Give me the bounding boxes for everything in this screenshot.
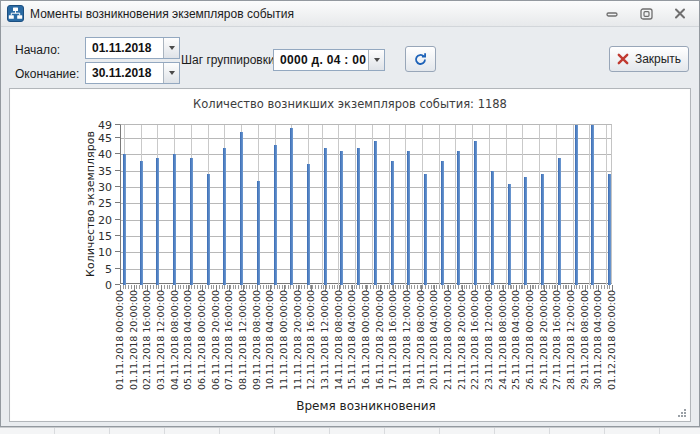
bar (407, 151, 410, 285)
bar (541, 174, 544, 285)
start-date-dropdown-button[interactable] (163, 38, 179, 58)
close-icon[interactable] (671, 7, 689, 21)
x-tick-label: 18.11.2018 12:00:00 (401, 290, 413, 394)
bar (240, 132, 243, 285)
bar (591, 125, 594, 285)
close-dialog-button-label: Закрыть (635, 52, 681, 66)
bar (307, 164, 310, 285)
bar (474, 141, 477, 285)
y-tick-label: 45 (84, 132, 112, 144)
close-dialog-button[interactable]: Закрыть (609, 46, 689, 72)
x-tick-label: 24.11.2018 08:00:00 (497, 290, 509, 394)
bar (340, 151, 343, 285)
grouping-step-label: Шаг группировки: (181, 53, 278, 67)
v-gridline (322, 125, 323, 285)
end-date-dropdown-button[interactable] (163, 63, 179, 83)
x-tick-label: 01.11.2018 00:00:00 (114, 290, 126, 394)
x-tick-label: 17.11.2018 16:00:00 (387, 290, 399, 394)
h-gridline (121, 187, 611, 188)
window-title: Моменты возникновения экземпляров событи… (30, 7, 294, 21)
y-tick-mark (115, 124, 120, 125)
maximize-icon[interactable] (637, 7, 655, 21)
v-gridline (389, 125, 390, 285)
bar (140, 161, 143, 285)
x-tick-label: 21.11.2018 00:00:00 (442, 290, 454, 394)
x-tick-label: 22.11.2018 16:00:00 (469, 290, 481, 394)
h-gridline (121, 236, 611, 237)
x-tick-label: 11.11.2018 20:00:00 (292, 290, 304, 394)
x-tick-label: 28.11.2018 12:00:00 (565, 290, 577, 394)
x-tick-label: 04.11.2018 08:00:00 (169, 290, 181, 394)
bar (457, 151, 460, 285)
x-tick-label: 06.11.2018 00:00:00 (196, 290, 208, 394)
y-tick-mark (115, 219, 120, 220)
y-tick-label: 30 (84, 181, 112, 193)
x-tick-label: 21.11.2018 20:00:00 (456, 290, 468, 394)
bar (156, 158, 159, 285)
y-tick-mark (115, 186, 120, 187)
x-tick-label: 25.11.2018 04:00:00 (510, 290, 522, 394)
grouping-step-dropdown-button[interactable] (368, 50, 384, 70)
h-gridline (121, 252, 611, 253)
bar (274, 145, 277, 285)
x-tick-label: 26.11.2018 20:00:00 (538, 290, 550, 394)
grouping-step-value: 0000 д. 04 : 00 : 00 (274, 50, 368, 70)
bar (524, 177, 527, 285)
x-tick-label: 11.11.2018 00:00:00 (278, 290, 290, 394)
bar (558, 158, 561, 285)
bar (290, 128, 293, 285)
h-gridline (121, 171, 611, 172)
bar (223, 148, 226, 285)
refresh-circular-arrow-icon (413, 52, 428, 67)
start-date-value: 01.11.2018 (86, 38, 163, 58)
title-bar[interactable]: Моменты возникновения экземпляров событи… (1, 1, 699, 27)
y-tick-label: 35 (84, 165, 112, 177)
y-tick-mark (115, 251, 120, 252)
x-tick-label: 12.11.2018 16:00:00 (305, 290, 317, 394)
x-tick-label: 19.11.2018 08:00:00 (415, 290, 427, 394)
y-tick-mark (115, 202, 120, 203)
v-gridline (506, 125, 507, 285)
start-date-label: Начало: (15, 43, 60, 57)
end-date-label: Окончание: (15, 67, 79, 81)
bar (374, 141, 377, 285)
bar (424, 174, 427, 285)
x-tick-label: 27.11.2018 16:00:00 (551, 290, 563, 394)
resize-grip[interactable] (677, 408, 687, 418)
grouping-step-combobox[interactable]: 0000 д. 04 : 00 : 00 (273, 49, 385, 71)
bar (324, 148, 327, 285)
v-gridline (589, 125, 590, 285)
minimize-icon[interactable] (603, 7, 621, 21)
h-gridline (121, 154, 611, 155)
chart-panel: Количество возникших экземпляров события… (9, 88, 691, 422)
red-x-icon (617, 53, 629, 65)
h-gridline (121, 203, 611, 204)
start-date-combobox[interactable]: 01.11.2018 (85, 37, 180, 59)
v-gridline (338, 125, 339, 285)
x-tick-label: 03.11.2018 12:00:00 (155, 290, 167, 394)
v-gridline (539, 125, 540, 285)
bar (608, 174, 611, 285)
bar (391, 161, 394, 285)
y-tick-label: 10 (84, 246, 112, 258)
x-tick-label: 05.11.2018 04:00:00 (182, 290, 194, 394)
bar (123, 154, 126, 285)
y-tick-label: 0 (84, 279, 112, 291)
bar (508, 184, 511, 285)
x-tick-label: 16.11.2018 20:00:00 (374, 290, 386, 394)
y-tick-label: 5 (84, 263, 112, 275)
bar (441, 161, 444, 285)
dialog-window: Моменты возникновения экземпляров событи… (0, 0, 700, 427)
bar (357, 148, 360, 285)
y-tick-label: 15 (84, 230, 112, 242)
y-tick-label: 20 (84, 214, 112, 226)
y-tick-label: 40 (84, 148, 112, 160)
x-tick-label: 01.12.2018 00:00:00 (606, 290, 618, 394)
bar (173, 154, 176, 285)
end-date-combobox[interactable]: 30.11.2018 (85, 62, 180, 84)
refresh-button[interactable] (405, 46, 436, 72)
bar (207, 174, 210, 285)
bar (575, 125, 578, 285)
v-gridline (372, 125, 373, 285)
v-gridline (355, 125, 356, 285)
